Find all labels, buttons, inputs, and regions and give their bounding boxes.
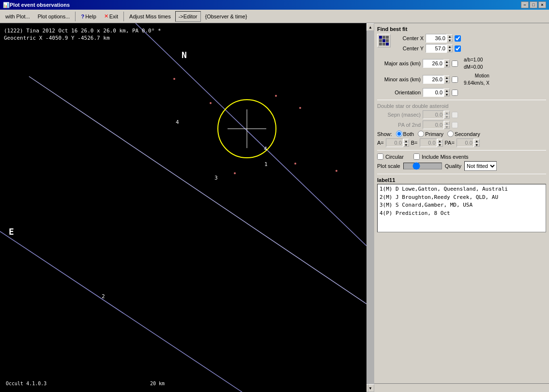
major-axis-checkbox[interactable]: [452, 60, 458, 67]
grid-cell: [386, 36, 389, 39]
svg-line-0: [136, 23, 366, 246]
scale-bar: 20 km: [150, 380, 165, 386]
show-secondary-radio[interactable]: [447, 131, 454, 137]
center-x-checkbox[interactable]: [455, 35, 461, 42]
major-axis-down-arrow[interactable]: ▼: [444, 63, 450, 67]
center-y-checkbox[interactable]: [455, 45, 461, 52]
include-miss-checkbox[interactable]: [413, 153, 420, 160]
quality-dropdown[interactable]: Not fitted Poor Good Excellent: [464, 161, 497, 171]
scroll-track[interactable]: [366, 31, 374, 384]
toolbar: with Plot... Plot options... ? Help ✕ Ex…: [0, 10, 549, 23]
center-y-field[interactable]: 57.0: [426, 44, 447, 53]
find-best-fit-button[interactable]: [377, 34, 391, 47]
center-y-up-arrow[interactable]: ▲: [447, 45, 453, 48]
center-x-label: Center X: [395, 35, 424, 41]
pa-2nd-input[interactable]: ▲ ▼: [423, 121, 450, 129]
minor-axis-up-arrow[interactable]: ▲: [444, 75, 450, 79]
orientation-input[interactable]: 0.0 ▲ ▼: [423, 88, 450, 97]
center-y-input[interactable]: 57.0 ▲ ▼: [426, 44, 453, 53]
pa-2nd-down-arrow[interactable]: ▼: [444, 125, 450, 129]
pa-2nd-up-arrow[interactable]: ▲: [444, 121, 450, 125]
major-axis-field[interactable]: 26.0: [423, 59, 444, 68]
show-both-radio[interactable]: [396, 131, 402, 137]
sepn-input[interactable]: ▲ ▼: [423, 110, 450, 119]
show-label: Show:: [377, 131, 392, 137]
east-label: E: [9, 226, 14, 237]
maximize-button[interactable]: □: [530, 1, 537, 8]
show-primary-radio[interactable]: [418, 131, 424, 137]
editor-button[interactable]: ->Editor: [175, 11, 201, 22]
version-label: Occult 4.1.0.3: [6, 381, 46, 386]
canvas-scrollbar[interactable]: ▲ ▼: [366, 23, 374, 392]
center-x-up-arrow[interactable]: ▲: [447, 34, 453, 38]
minor-axis-down-arrow[interactable]: ▼: [444, 79, 450, 83]
canvas-area[interactable]: 4 4 1 3 2 (1222) Tina 2012 Oct 16 26.0 x…: [0, 23, 366, 392]
show-both-option[interactable]: Both: [396, 131, 414, 137]
observers-list[interactable]: 1(M) D Lowe,Gatton, Queensland, Australi…: [377, 184, 546, 232]
with-plot-button[interactable]: with Plot...: [2, 11, 33, 22]
help-button[interactable]: ? Help: [77, 11, 99, 22]
scroll-up-arrow[interactable]: ▲: [366, 23, 374, 31]
circular-checkbox[interactable]: [377, 153, 383, 160]
center-x-down-arrow[interactable]: ▼: [447, 38, 453, 42]
orientation-up-arrow[interactable]: ▲: [444, 89, 450, 92]
center-y-down-arrow[interactable]: ▼: [447, 48, 453, 52]
adjust-miss-times-button[interactable]: Adjust Miss times: [126, 11, 174, 22]
sepn-field[interactable]: [423, 110, 444, 119]
svg-text:2: 2: [102, 293, 105, 300]
observer-time-button[interactable]: {Observer & time}: [202, 11, 251, 22]
exit-icon: ✕: [104, 13, 108, 19]
dm-value: dM=0.00: [464, 63, 483, 71]
minor-axis-input[interactable]: 26.0 ▲ ▼: [423, 75, 450, 84]
b-input[interactable]: ▲ ▼: [420, 138, 443, 147]
pa-2nd-field[interactable]: [423, 121, 444, 129]
toolbar-separator-2: [123, 12, 124, 21]
sepn-checkbox[interactable]: [452, 112, 458, 118]
orientation-field[interactable]: 0.0: [423, 88, 444, 97]
title-bar-icon: 📊: [3, 2, 10, 8]
svg-text:1: 1: [264, 161, 268, 167]
north-label: N: [182, 50, 187, 60]
major-axis-up-arrow[interactable]: ▲: [444, 60, 450, 63]
sepn-down-arrow[interactable]: ▼: [444, 115, 450, 119]
show-primary-option[interactable]: Primary: [418, 131, 443, 137]
minor-axis-checkbox[interactable]: [452, 76, 458, 83]
orientation-down-arrow[interactable]: ▼: [444, 92, 450, 96]
exit-button[interactable]: ✕ Exit: [101, 11, 122, 22]
grid-cell: [382, 43, 385, 45]
a-up-arrow[interactable]: ▲: [403, 139, 409, 143]
scale-label: 20 km: [150, 381, 165, 386]
minor-axis-row: Minor axis (km) 26.0 ▲ ▼ Motion 9.64km/s…: [377, 72, 546, 87]
a-down-arrow[interactable]: ▼: [403, 143, 409, 147]
canvas-title: (1222) Tina 2012 Oct 16 26.0 x 26.0 km, …: [4, 27, 161, 42]
plot-options-button[interactable]: Plot options...: [34, 11, 74, 22]
show-secondary-option[interactable]: Secondary: [447, 131, 480, 137]
a-field[interactable]: [386, 138, 403, 147]
grid-cell: [379, 39, 382, 42]
plot-scale-slider[interactable]: [403, 163, 442, 169]
divider-1: [377, 100, 546, 100]
b-down-arrow[interactable]: ▼: [437, 143, 443, 147]
center-x-field[interactable]: 36.0: [426, 34, 447, 43]
major-axis-input[interactable]: 26.0 ▲ ▼: [423, 59, 450, 68]
canvas-title-line2: Geocentric X -4050.9 Y -4526.7 km: [4, 34, 161, 42]
pa-input[interactable]: ▲ ▼: [457, 138, 480, 147]
ab-pa-row: A= ▲ ▼ B= ▲ ▼ PA= ▲ ▼: [377, 138, 546, 147]
center-x-input[interactable]: 36.0 ▲ ▼: [426, 34, 453, 43]
sepn-up-arrow[interactable]: ▲: [444, 111, 450, 115]
minimize-button[interactable]: −: [521, 1, 529, 8]
pa-field[interactable]: [457, 138, 474, 147]
a-input[interactable]: ▲ ▼: [386, 138, 409, 147]
pa-down-arrow[interactable]: ▼: [474, 143, 480, 147]
b-field[interactable]: [420, 138, 437, 147]
title-bar: 📊 Plot event observations − □ ×: [0, 0, 549, 10]
pa-up-arrow[interactable]: ▲: [474, 139, 480, 143]
minor-axis-field[interactable]: 26.0: [423, 75, 444, 84]
orientation-checkbox[interactable]: [452, 90, 458, 96]
b-label: B=: [411, 140, 418, 146]
a-label: A=: [377, 140, 384, 146]
show-primary-label: Primary: [425, 131, 443, 137]
close-button[interactable]: ×: [538, 1, 546, 8]
b-up-arrow[interactable]: ▲: [437, 139, 443, 143]
pa-2nd-checkbox[interactable]: [452, 122, 458, 128]
